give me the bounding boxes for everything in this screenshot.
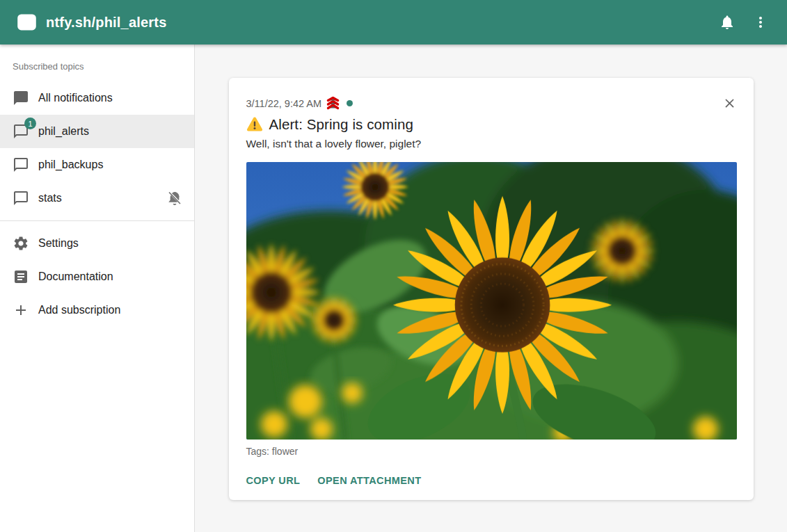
sidebar-item-label: Documentation: [38, 271, 183, 283]
notifications-bell-icon[interactable]: [710, 6, 744, 39]
subscribed-topics-label: Subscribed topics: [0, 56, 194, 81]
close-icon[interactable]: [720, 93, 740, 113]
sidebar: Subscribed topics All notifications 1 ph…: [0, 45, 195, 532]
sidebar-item-phil-alerts[interactable]: 1 phil_alerts: [0, 115, 194, 148]
sidebar-item-add-subscription[interactable]: Add subscription: [0, 293, 194, 327]
sunflower-field-photo[interactable]: [246, 162, 737, 440]
unread-dot: [347, 100, 353, 106]
sidebar-item-settings[interactable]: Settings: [0, 227, 194, 260]
sidebar-item-label: stats: [38, 192, 166, 204]
sidebar-item-label: phil_alerts: [38, 125, 183, 138]
sidebar-item-label: Settings: [38, 237, 183, 250]
notification-title-row: Alert: Spring is coming: [246, 116, 737, 133]
app-bar: ntfy.sh/phil_alerts: [0, 0, 787, 45]
terminal-icon[interactable]: [17, 13, 37, 33]
open-attachment-button[interactable]: OPEN ATTACHMENT: [317, 475, 421, 486]
gear-icon: [13, 235, 29, 252]
app-title[interactable]: ntfy.sh/phil_alerts: [46, 15, 710, 31]
sidebar-item-label: phil_backups: [38, 159, 183, 171]
sidebar-item-label: Add subscription: [38, 304, 183, 316]
notification-title: Alert: Spring is coming: [269, 116, 413, 133]
timestamp: 3/11/22, 9:42 AM: [246, 98, 322, 109]
sidebar-item-documentation[interactable]: Documentation: [0, 260, 194, 293]
chat-bubble-outline-icon: [13, 156, 29, 173]
plus-icon: [13, 302, 29, 319]
copy-url-button[interactable]: COPY URL: [246, 475, 301, 486]
priority-max-icon: [326, 97, 340, 110]
main-content: 3/11/22, 9:42 AM: [195, 45, 787, 532]
notification-body: Well, isn't that a lovely flower, piglet…: [246, 138, 737, 150]
sidebar-divider: [0, 220, 194, 221]
article-icon: [13, 268, 29, 285]
sidebar-item-label: All notifications: [38, 92, 183, 104]
notification-actions: COPY URL OPEN ATTACHMENT: [246, 475, 737, 486]
chat-bubble-outline-icon: [13, 190, 29, 207]
unread-count-badge: 1: [24, 118, 36, 129]
warning-emoji: [246, 117, 263, 132]
sidebar-item-all-notifications[interactable]: All notifications: [0, 81, 194, 115]
notification-tags: Tags: flower: [246, 446, 737, 457]
notification-meta: 3/11/22, 9:42 AM: [246, 97, 737, 110]
notification-card: 3/11/22, 9:42 AM: [229, 78, 754, 500]
sidebar-item-stats[interactable]: stats: [0, 182, 194, 215]
sidebar-item-phil-backups[interactable]: phil_backups: [0, 148, 194, 182]
kebab-menu-icon[interactable]: [744, 6, 777, 39]
bell-off-icon: [166, 190, 183, 207]
chat-bubble-filled-icon: [13, 90, 29, 106]
chat-bubble-outline-icon: 1: [13, 123, 29, 140]
